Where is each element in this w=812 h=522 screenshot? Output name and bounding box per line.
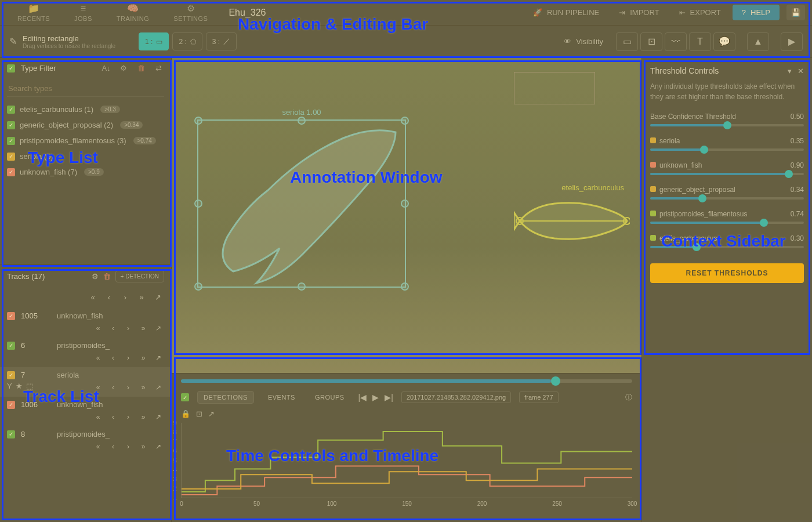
last-icon[interactable]: » — [135, 291, 148, 303]
help-button[interactable]: ?HELP — [733, 5, 780, 20]
track-checkbox[interactable]: ✓ — [7, 430, 15, 438]
threshold-slider[interactable]: unknown_fish0.90 — [650, 161, 804, 175]
track-next-icon[interactable]: › — [122, 322, 134, 334]
scrubber[interactable] — [181, 379, 632, 383]
tool-pointer[interactable]: ▲ — [747, 32, 769, 51]
tab-groups[interactable]: GROUPS — [309, 392, 350, 403]
type-item[interactable]: ✓ generic_object_proposal (2) >0.34 — [0, 117, 171, 133]
scrubber-thumb[interactable] — [551, 376, 560, 386]
type-item[interactable]: ✓ unknown_fish (7) >0.9 — [0, 164, 171, 180]
nav-jobs[interactable]: ≡JOBS — [64, 1, 103, 24]
import-button[interactable]: ⇥IMPORT — [611, 3, 667, 21]
track-last-icon[interactable]: » — [137, 382, 149, 393]
star-icon[interactable]: ★ — [16, 382, 23, 393]
track-row[interactable]: ✓ 8 pristipomoides_ « ‹ › » ↗ — [0, 426, 171, 456]
track-checkbox[interactable]: ✓ — [7, 312, 15, 320]
type-filter-all-checkbox[interactable]: ✓ — [7, 64, 15, 72]
save-button[interactable]: 💾 — [786, 5, 805, 20]
track-prev-icon[interactable]: ‹ — [107, 352, 119, 364]
play-icon[interactable]: ▶ — [372, 393, 379, 402]
track-first-icon[interactable]: « — [92, 411, 104, 423]
track-checkbox[interactable]: ✓ — [7, 371, 15, 379]
close-icon[interactable]: ✕ — [798, 67, 804, 75]
track-first-icon[interactable]: « — [92, 352, 104, 364]
tool-box[interactable]: ▭ — [616, 32, 638, 51]
track-next-icon[interactable]: › — [122, 411, 134, 423]
threshold-slider[interactable]: generic_object_proposal0.34 — [650, 186, 804, 200]
track-row[interactable]: ✓ 1005 unknown_fish « ‹ › » ↗ — [0, 308, 171, 338]
dropdown-icon[interactable]: ▾ — [788, 67, 792, 75]
timeline-chart[interactable]: 987654321050100150200250300 — [181, 423, 632, 498]
track-prev-icon[interactable]: ‹ — [107, 441, 119, 452]
track-row[interactable]: ✓ 7 seriola Y★⬚ « ‹ › » ↗ — [0, 367, 171, 397]
lock-icon[interactable]: 🔒 — [181, 409, 190, 418]
track-first-icon[interactable]: « — [92, 382, 104, 393]
first-icon[interactable]: « — [86, 291, 99, 303]
track-next-icon[interactable]: › — [122, 382, 134, 393]
track-checkbox[interactable]: ✓ — [7, 342, 15, 350]
threshold-slider[interactable]: etelis_carbunculus0.30 — [650, 234, 804, 248]
tool-polyline[interactable]: 〰 — [665, 32, 687, 51]
skip-fwd-icon[interactable]: ▶| — [385, 393, 393, 402]
tool-text[interactable]: T — [689, 32, 711, 51]
track-last-icon[interactable]: » — [137, 322, 149, 334]
track-first-icon[interactable]: « — [92, 322, 104, 334]
type-checkbox[interactable]: ✓ — [7, 137, 15, 145]
track-open-icon[interactable]: ↗ — [153, 382, 164, 393]
skip-back-icon[interactable]: |◀ — [358, 393, 367, 402]
track-open-icon[interactable]: ↗ — [153, 352, 164, 364]
mode-line[interactable]: 3 :／ — [206, 32, 237, 50]
fish2-polygon[interactable] — [514, 195, 630, 247]
annotation-window[interactable]: seriola 1.00 etelis_carbunculus — [172, 58, 641, 374]
external-icon[interactable]: ↗ — [151, 291, 164, 303]
track-next-icon[interactable]: › — [122, 441, 134, 452]
nav-training[interactable]: 🧠TRAINING — [106, 1, 160, 24]
nav-settings[interactable]: ⚙SETTINGS — [163, 1, 218, 24]
add-detection-button[interactable]: + DETECTION — [115, 270, 164, 282]
nav-recents[interactable]: 📁RECENTS — [7, 1, 60, 24]
track-checkbox[interactable]: ✓ — [7, 401, 15, 409]
run-pipeline-button[interactable]: 🚀RUN PIPELINE — [525, 3, 607, 21]
type-checkbox[interactable]: ✓ — [7, 106, 15, 114]
base-threshold-slider[interactable]: Base Confidence Threshold0.50 — [650, 113, 804, 126]
tool-handles[interactable]: ⊡ — [640, 32, 662, 51]
type-item[interactable]: ✓ seriola (5) — [0, 148, 171, 164]
export-button[interactable]: ⇤EXPORT — [671, 3, 729, 21]
mode-rectangle[interactable]: 1 :▭ — [139, 32, 169, 50]
next-icon[interactable]: › — [119, 291, 132, 303]
type-checkbox[interactable]: ✓ — [7, 153, 15, 161]
mode-polygon[interactable]: 2 :⬠ — [172, 32, 202, 50]
track-last-icon[interactable]: » — [137, 411, 149, 423]
track-row[interactable]: ✓ 6 pristipomoides_ « ‹ › » ↗ — [0, 338, 171, 367]
selected-bbox[interactable]: seriola 1.00 — [197, 119, 406, 288]
track-open-icon[interactable]: ↗ — [153, 411, 164, 423]
type-checkbox[interactable]: ✓ — [7, 121, 15, 129]
settings-icon[interactable]: ⚙ — [118, 64, 129, 72]
prev-icon[interactable]: ‹ — [103, 291, 115, 303]
track-row[interactable]: ✓ 1006 unknown_fish « ‹ › » ↗ — [0, 397, 171, 426]
track-first-icon[interactable]: « — [92, 441, 104, 452]
track-next-icon[interactable]: › — [122, 352, 134, 364]
info-icon[interactable]: ⓘ — [625, 393, 632, 403]
reset-thresholds-button[interactable]: RESET THRESHOLDS — [650, 263, 804, 283]
threshold-slider[interactable]: pristipomoides_filamentosus0.74 — [650, 210, 804, 224]
type-item[interactable]: ✓ etelis_carbunculus (1) >0.3 — [0, 102, 171, 117]
tree-icon[interactable]: Y — [7, 382, 12, 393]
tracks-settings-icon[interactable]: ⚙ — [92, 272, 99, 281]
sort-icon[interactable]: A↓ — [100, 64, 112, 72]
track-open-icon[interactable]: ↗ — [153, 322, 164, 334]
tracks-delete-icon[interactable]: 🗑 — [103, 272, 111, 281]
tool-more[interactable]: ▶ — [781, 32, 803, 51]
select-icon[interactable]: ⬚ — [26, 382, 33, 393]
track-prev-icon[interactable]: ‹ — [107, 382, 119, 393]
type-item[interactable]: ✓ pristipomoides_filamentosus (3) >0.74 — [0, 133, 171, 148]
tab-events[interactable]: EVENTS — [262, 392, 301, 403]
focus-icon[interactable]: ⊡ — [196, 409, 202, 418]
timeline-checkbox[interactable]: ✓ — [181, 393, 189, 401]
threshold-slider[interactable]: seriola0.35 — [650, 137, 804, 151]
track-last-icon[interactable]: » — [137, 441, 149, 452]
expand-icon[interactable]: ↗ — [208, 409, 215, 418]
visibility-toggle[interactable]: 👁Visibility — [564, 37, 603, 46]
tool-tooltip[interactable]: 💬 — [713, 32, 735, 51]
delete-icon[interactable]: 🗑 — [135, 64, 147, 72]
